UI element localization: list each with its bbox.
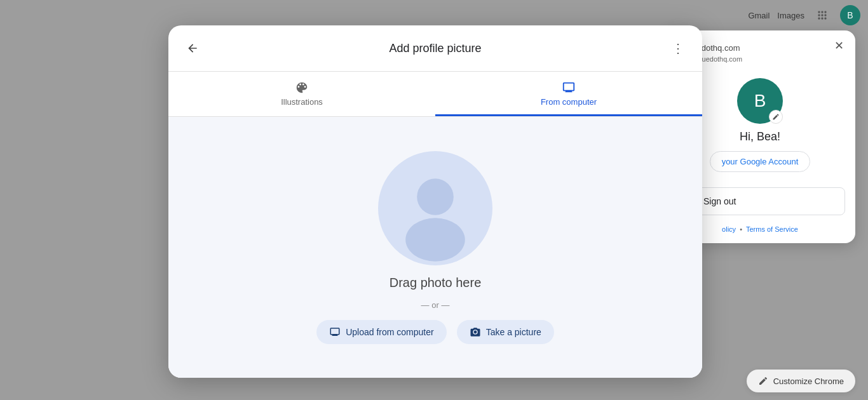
palette-icon (295, 81, 309, 95)
dialog-body: Drag photo here — or — Upload from compu… (168, 117, 702, 378)
manage-account-button[interactable]: your Google Account (710, 151, 811, 172)
upload-from-computer-button[interactable]: Upload from computer (316, 320, 447, 344)
monitor-icon (562, 81, 576, 95)
add-profile-picture-dialog: Add profile picture ⋮ Illustrations From… (168, 25, 702, 378)
monitor-upload-icon (329, 326, 341, 338)
gmail-link[interactable]: Gmail (748, 11, 770, 20)
avatar-placeholder-svg (378, 151, 492, 265)
dialog-tabs: Illustrations From computer (168, 72, 702, 117)
or-divider: — or — (421, 300, 450, 310)
grid-icon (816, 9, 829, 22)
account-greeting: Hi, Bea! (740, 130, 780, 143)
pencil-icon (772, 113, 780, 121)
take-picture-button[interactable]: Take a picture (457, 320, 554, 344)
drag-photo-text: Drag photo here (390, 276, 482, 290)
account-avatar-button[interactable]: B (840, 5, 860, 25)
pencil-customize-icon (758, 376, 768, 386)
account-avatar-edit-button[interactable] (769, 110, 783, 124)
svg-point-2 (405, 218, 465, 261)
dialog-title: Add profile picture (389, 42, 481, 55)
images-link[interactable]: Images (777, 11, 804, 20)
svg-point-1 (417, 178, 454, 215)
more-dots-icon: ⋮ (672, 41, 684, 56)
account-panel-close-button[interactable]: ✕ (830, 37, 848, 55)
profile-placeholder (378, 151, 492, 265)
back-arrow-icon (186, 42, 199, 55)
apps-grid-button[interactable] (812, 5, 832, 25)
account-avatar-large[interactable]: B (737, 78, 783, 124)
terms-of-service-link[interactable]: Terms of Service (746, 225, 798, 233)
dialog-back-button[interactable] (181, 37, 204, 60)
privacy-policy-link[interactable]: olicy (722, 225, 736, 233)
dialog-header: Add profile picture ⋮ (168, 25, 702, 72)
tab-from-computer[interactable]: From computer (435, 72, 702, 116)
dialog-more-button[interactable]: ⋮ (667, 36, 689, 61)
customize-chrome-button[interactable]: Customize Chrome (747, 370, 855, 392)
tab-illustrations[interactable]: Illustrations (168, 72, 435, 116)
action-buttons: Upload from computer Take a picture (316, 320, 554, 344)
camera-icon (470, 326, 481, 338)
